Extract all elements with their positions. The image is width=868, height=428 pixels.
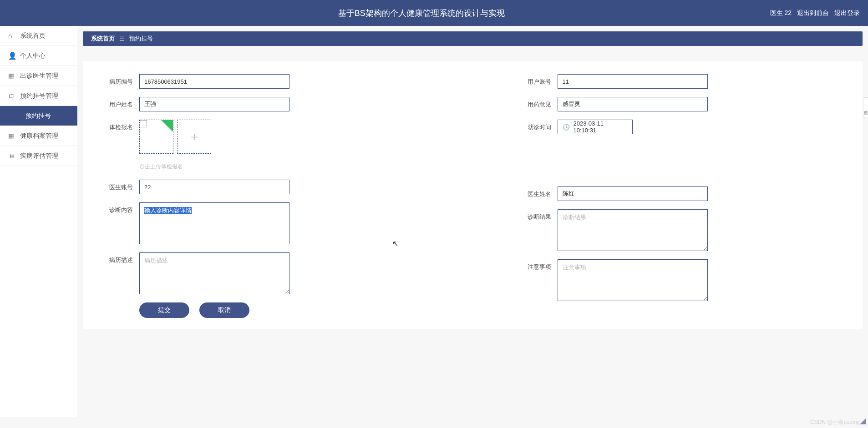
breadcrumb-home[interactable]: 系统首页 (91, 35, 115, 43)
user-icon: 👤 (8, 52, 17, 60)
sidebar-item-appointment-mgmt[interactable]: 🗂预约挂号管理 (0, 86, 77, 106)
diagnosis-selected-text: 输入诊断内容详情 (144, 207, 192, 214)
diagnosis-result-textarea[interactable] (558, 209, 708, 251)
upload-hint: 点击上传体检报名 (139, 163, 427, 171)
cancel-button[interactable]: 取消 (199, 302, 249, 318)
breadcrumb-current: 预约挂号 (129, 35, 153, 43)
sidebar-item-appointment[interactable]: 预约挂号 (0, 106, 77, 126)
uploaded-thumbnail[interactable] (139, 120, 173, 154)
home-icon: ⌂ (8, 32, 12, 40)
visit-time-label: 就诊时间 (518, 120, 551, 131)
visit-time-input[interactable]: 🕒 2023-03-11 10:10:31 (558, 120, 633, 134)
logout-link[interactable]: 退出登录 (834, 9, 860, 17)
user-account-label: 用户账号 (518, 74, 551, 86)
to-frontend-link[interactable]: 退出到前台 (797, 9, 829, 17)
notes-label: 注意事项 (518, 259, 551, 271)
doctor-account-input[interactable] (139, 180, 289, 194)
doctor-account-label: 医生账号 (100, 180, 133, 191)
record-desc-label: 病历描述 (100, 252, 133, 264)
right-side-tab[interactable]: 系统 (863, 97, 868, 117)
sidebar-item-label: 疾病评估管理 (20, 152, 58, 160)
record-no-input[interactable] (139, 74, 289, 89)
breadcrumb: 系统首页 ☰ 预约挂号 (83, 31, 863, 46)
sidebar-item-profile[interactable]: 👤个人中心 (0, 46, 77, 66)
sidebar-item-doctor-mgmt[interactable]: ▦出诊医生管理 (0, 66, 77, 86)
sidebar: ⌂系统首页 👤个人中心 ▦出诊医生管理 🗂预约挂号管理 预约挂号 ▦健康档案管理… (0, 26, 77, 417)
app-title: 基于BS架构的个人健康管理系统的设计与实现 (73, 8, 770, 19)
sidebar-item-label: 系统首页 (20, 32, 46, 40)
exam-report-label: 体检报名 (100, 120, 133, 131)
record-no-label: 病历编号 (100, 74, 133, 86)
folder-icon: 🗂 (8, 92, 15, 100)
clock-icon: 🕒 (563, 124, 570, 131)
doctor-name-input[interactable] (558, 186, 708, 201)
grid-icon: ▦ (8, 132, 15, 140)
user-account-input[interactable] (558, 74, 708, 89)
medicine-advice-label: 用药意见 (518, 97, 551, 109)
app-header: 基于BS架构的个人健康管理系统的设计与实现 医生 22 退出到前台 退出登录 (0, 0, 868, 26)
sidebar-item-label: 健康档案管理 (20, 132, 58, 140)
sidebar-item-disease-assess[interactable]: 🖥疾病评估管理 (0, 146, 77, 166)
form-panel: 病历编号 用户姓名 体检报名 ＋ 点击上传体检报名 (83, 61, 863, 329)
record-desc-textarea[interactable] (139, 252, 289, 294)
header-right: 医生 22 退出到前台 退出登录 (770, 9, 868, 17)
sidebar-item-label: 预约挂号管理 (20, 92, 58, 100)
sidebar-item-label: 个人中心 (20, 52, 46, 60)
doctor-name-label: 医生姓名 (518, 186, 551, 198)
diagnosis-textarea[interactable]: 输入诊断内容详情 (139, 202, 289, 244)
diagnosis-label: 诊断内容 (100, 202, 133, 214)
sidebar-item-label: 预约挂号 (25, 112, 51, 120)
user-name-input[interactable] (139, 97, 289, 111)
breadcrumb-sep-icon: ☰ (119, 35, 125, 42)
notes-textarea[interactable] (558, 259, 708, 301)
monitor-icon: 🖥 (8, 152, 15, 160)
header-user[interactable]: 医生 22 (770, 9, 792, 17)
sidebar-item-health-archive[interactable]: ▦健康档案管理 (0, 126, 77, 146)
medicine-advice-input[interactable] (558, 97, 708, 111)
submit-button[interactable]: 提交 (139, 302, 189, 318)
sidebar-item-label: 出诊医生管理 (20, 72, 58, 80)
grid-icon: ▦ (8, 72, 15, 80)
diagnosis-result-label: 诊断结果 (518, 209, 551, 221)
user-name-label: 用户姓名 (100, 97, 133, 109)
sidebar-item-home[interactable]: ⌂系统首页 (0, 26, 77, 46)
visit-time-value: 2023-03-11 10:10:31 (574, 120, 628, 134)
upload-add-button[interactable]: ＋ (177, 120, 211, 154)
